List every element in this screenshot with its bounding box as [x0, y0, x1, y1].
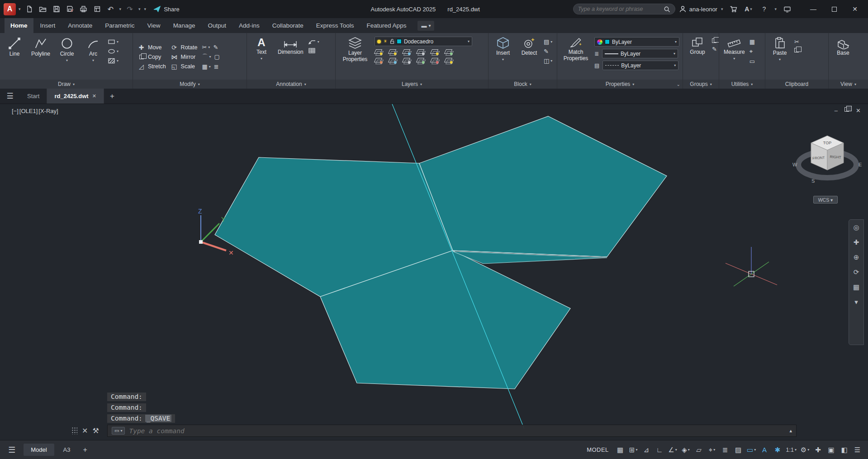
viewport-restore-icon[interactable]: [844, 107, 849, 112]
command-bar-grip[interactable]: [71, 427, 77, 435]
panel-utilities-footer[interactable]: Utilities ▾: [719, 80, 765, 89]
status-annotation-scale[interactable]: 1:1▾: [785, 444, 798, 456]
trim-button[interactable]: ✂▾: [202, 44, 210, 51]
new-file-button[interactable]: [24, 3, 35, 15]
tab-add-ins[interactable]: Add-ins: [233, 18, 266, 33]
assistant-button[interactable]: A ▾: [743, 3, 754, 15]
tab-annotate[interactable]: Annotate: [62, 18, 98, 33]
maximize-button[interactable]: [824, 0, 844, 18]
polyline-button[interactable]: Polyline: [29, 35, 52, 79]
file-tab-document[interactable]: rd_2425.dwt ✕: [47, 89, 104, 104]
share-button[interactable]: Share: [153, 5, 180, 13]
panel-clipboard-footer[interactable]: Clipboard: [765, 80, 828, 89]
move-button[interactable]: ✚Move: [138, 44, 166, 51]
recent-commands-button[interactable]: ▭ ▾: [112, 427, 125, 435]
pentagon-top-right[interactable]: [419, 116, 667, 257]
drawing-viewport[interactable]: Z Y ✕ [−] [OLE1] [X-Ray] ‒ ✕: [0, 104, 868, 440]
properties-dialog-launcher-icon[interactable]: ⌄: [677, 82, 680, 87]
status-object-snap-tracking[interactable]: ▱: [693, 444, 705, 456]
tab-manage[interactable]: Manage: [167, 18, 201, 33]
layer-walk-button[interactable]: [445, 49, 452, 55]
account-button[interactable]: ana-leonor ▾: [679, 5, 724, 13]
tab-collaborate[interactable]: Collaborate: [266, 18, 309, 33]
previous-layer-button[interactable]: [403, 57, 410, 63]
status-selection-cycling[interactable]: ▭▾: [745, 444, 758, 456]
publish-button[interactable]: [91, 3, 103, 15]
viewcube[interactable]: TOP FRONT RIGHT W S E: [786, 126, 868, 194]
group-edit-button[interactable]: ✎: [712, 46, 717, 52]
copy-clip-button[interactable]: [794, 48, 799, 52]
leader-button[interactable]: ▾: [308, 38, 319, 45]
fillet-button[interactable]: ⌒▾: [202, 53, 211, 61]
stretch-button[interactable]: ◿Stretch: [138, 63, 166, 70]
mirror-button[interactable]: ⋈Mirror: [171, 53, 198, 61]
chevron-down-icon[interactable]: ▾: [92, 58, 94, 62]
panel-annotation-footer[interactable]: Annotation ▾: [247, 80, 335, 89]
file-tab-start[interactable]: Start: [20, 89, 47, 104]
orbit-icon[interactable]: ⟳: [854, 268, 859, 276]
steering-wheel-icon[interactable]: ◎: [853, 223, 859, 232]
make-current-button[interactable]: [375, 57, 382, 63]
status-graphics-performance[interactable]: ◧: [838, 444, 850, 456]
scale-button[interactable]: ◱Scale: [171, 63, 198, 70]
help-chevron-icon[interactable]: ▾: [773, 7, 778, 11]
object-color-combo[interactable]: ByLayer ▾: [594, 37, 679, 47]
panel-block-footer[interactable]: Block ▾: [489, 80, 557, 89]
measure-button[interactable]: Measure ▾: [722, 35, 747, 79]
ungroup-button[interactable]: [712, 38, 717, 43]
status-annotation-monitor[interactable]: ✚: [812, 444, 824, 456]
arc-button[interactable]: Arc ▾: [81, 35, 105, 79]
status-isodraft[interactable]: ◈▾: [680, 444, 692, 456]
layer-combo[interactable]: ☀ Dodecaedro ▾: [375, 37, 472, 46]
status-customization[interactable]: ☰: [851, 444, 863, 456]
base-button[interactable]: Base: [831, 35, 855, 79]
tab-home[interactable]: Home: [5, 18, 33, 33]
tab-view[interactable]: View: [142, 18, 166, 33]
app-menu-chevron-icon[interactable]: ▾: [18, 7, 22, 11]
redo-button[interactable]: ↷: [124, 3, 136, 15]
layer-isolate-button[interactable]: [389, 49, 396, 55]
offset-button[interactable]: ≣: [214, 63, 219, 70]
new-tab-button[interactable]: +: [104, 89, 120, 104]
file-tabs-menu-button[interactable]: ☰: [0, 89, 20, 104]
create-block-button[interactable]: ▤▾: [544, 38, 552, 45]
command-history-up-icon[interactable]: ▴: [789, 428, 792, 434]
status-grid-display[interactable]: ▦: [614, 444, 626, 456]
undo-history-chevron-icon[interactable]: ▾: [119, 7, 123, 11]
status-lineweight[interactable]: ≣: [719, 444, 731, 456]
layer-unisolate-button[interactable]: [431, 49, 438, 55]
group-button[interactable]: Group: [686, 35, 709, 79]
ribbon-display-toggle[interactable]: ▬ ▾: [417, 21, 434, 31]
viewport-close-icon[interactable]: ✕: [856, 107, 861, 114]
command-input[interactable]: [129, 427, 785, 435]
redo-history-chevron-icon[interactable]: ▾: [138, 7, 142, 11]
model-canvas[interactable]: Z Y ✕: [0, 104, 868, 440]
circle-button[interactable]: Circle ▾: [55, 35, 79, 79]
viewcube-south-label[interactable]: S: [811, 178, 815, 184]
layer-off-button[interactable]: [375, 49, 382, 55]
panel-draw-footer[interactable]: Draw ▾: [0, 80, 133, 89]
zoom-extents-icon[interactable]: ⊕: [854, 253, 859, 261]
status-object-snap[interactable]: ⌖▾: [706, 444, 718, 456]
merge-layer-button[interactable]: [417, 57, 424, 63]
rectangle-button[interactable]: ▾: [108, 38, 119, 45]
paste-button[interactable]: Paste ▾: [768, 35, 792, 79]
erase-button[interactable]: ▢: [214, 53, 219, 60]
status-snap-mode[interactable]: ⊞▾: [627, 444, 640, 456]
showmotion-icon[interactable]: ▦: [853, 283, 859, 291]
array-button[interactable]: ▦▾: [202, 63, 210, 70]
tab-featured-apps[interactable]: Featured Apps: [361, 18, 413, 33]
model-space-toggle[interactable]: MODEL: [587, 446, 608, 453]
panel-layers-footer[interactable]: Layers ▾: [336, 80, 488, 89]
new-layout-button[interactable]: +: [79, 446, 90, 454]
command-input-bar[interactable]: ▭ ▾ ▴: [107, 425, 797, 437]
status-autoscale[interactable]: ✱: [772, 444, 784, 456]
rotate-button[interactable]: ⟳Rotate: [171, 44, 198, 51]
edit-block-button[interactable]: ✎: [544, 48, 552, 55]
capture-button[interactable]: [781, 3, 793, 15]
layout-menu-icon[interactable]: ☰: [5, 445, 19, 455]
close-button[interactable]: ✕: [844, 0, 865, 18]
store-button[interactable]: [727, 3, 739, 15]
viewport-minimize-icon[interactable]: ‒: [835, 107, 838, 114]
layer-lock-button[interactable]: [417, 49, 424, 55]
